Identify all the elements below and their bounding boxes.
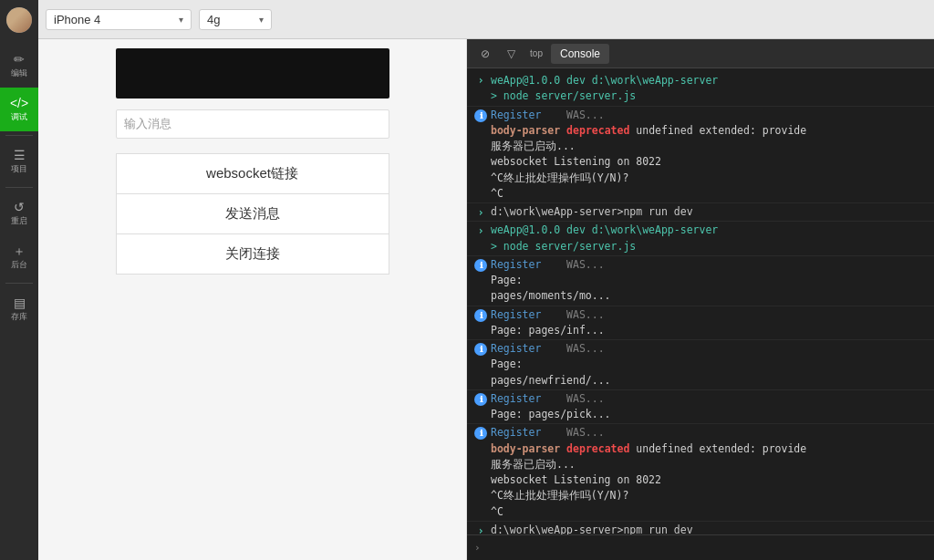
console-text: Register WAS... body-parser deprecated u… (491, 108, 927, 202)
nav-divider-2 (5, 187, 33, 188)
websocket-connect-button[interactable]: websocket链接 (116, 153, 389, 193)
console-entry: ℹ Register WAS... Page: pages/moments/mo… (467, 256, 934, 306)
console-input-bar: › (467, 534, 934, 560)
info-icon: ℹ (474, 427, 487, 440)
console-text: Register WAS... Page: pages/newfriend/..… (491, 341, 927, 389)
console-entry: ℹ Register WAS... body-parser deprecated… (467, 424, 934, 522)
info-icon: ℹ (474, 259, 487, 272)
network-selector[interactable]: 4g ▾ (199, 9, 272, 30)
sidebar-nav: ✏ 编辑 </> 调试 ☰ 项目 ↺ 重启 ＋ 后台 ▤ 存库 (0, 44, 38, 560)
console-text: Register WAS... Page: pages/moments/mo..… (491, 257, 927, 305)
send-message-button[interactable]: 发送消息 (116, 193, 389, 233)
nav-divider (5, 135, 33, 136)
info-icon: ℹ (474, 109, 487, 122)
console-text: weApp@1.0.0 dev d:\work\weApp-server > n… (491, 73, 927, 105)
info-icon: ℹ (474, 343, 487, 356)
menu-icon: ☰ (14, 149, 26, 161)
console-entry: › weApp@1.0.0 dev d:\work\weApp-server >… (467, 222, 934, 256)
message-input[interactable]: 输入消息 (116, 109, 389, 139)
console-text: Register WAS... body-parser deprecated u… (491, 425, 927, 520)
phone-screen: 输入消息 websocket链接 发送消息 关闭连接 (38, 39, 466, 560)
sidebar-item-label: 存库 (11, 311, 27, 323)
reset-icon: ↺ (14, 201, 25, 213)
console-output[interactable]: › weApp@1.0.0 dev d:\work\weApp-server >… (467, 68, 934, 534)
device-selector[interactable]: iPhone 4 ▾ (46, 9, 192, 30)
edit-icon: ✏ (14, 53, 25, 66)
sidebar-item-label: 项目 (11, 163, 27, 175)
nav-divider-3 (5, 283, 33, 284)
content-area: 输入消息 websocket链接 发送消息 关闭连接 ⊘ ▽ top Conso… (38, 39, 934, 560)
sidebar-item-label: 调试 (11, 111, 27, 123)
filter-icon[interactable]: ▽ (500, 43, 522, 65)
plus-icon: ＋ (13, 244, 26, 257)
console-entry: › weApp@1.0.0 dev d:\work\weApp-server >… (467, 72, 934, 107)
avatar (6, 7, 32, 33)
chevron-down-icon-2: ▾ (259, 15, 264, 25)
phone-simulator: 输入消息 websocket链接 发送消息 关闭连接 (38, 39, 467, 560)
info-icon: ℹ (474, 309, 487, 322)
device-label: iPhone 4 (54, 13, 100, 26)
console-text: d:\work\weApp-server>npm run dev (491, 523, 927, 534)
chevron-right-icon: › (474, 224, 487, 237)
console-entry: ℹ Register WAS... body-parser deprecated… (467, 107, 934, 204)
sidebar-item-debug[interactable]: </> 调试 (0, 88, 38, 131)
console-text: Register WAS... Page: pages/pick... (491, 391, 927, 423)
phone-video-area (116, 48, 389, 99)
sidebar-item-backend[interactable]: ＋ 后台 (0, 235, 38, 279)
sidebar-item-edit[interactable]: ✏ 编辑 (0, 44, 38, 88)
chevron-down-icon: ▾ (179, 15, 183, 25)
console-entry: ℹ Register WAS... Page: pages/newfriend/… (467, 340, 934, 390)
console-text: Register WAS... Page: pages/inf... (491, 307, 927, 339)
info-icon: ℹ (474, 393, 487, 406)
close-connection-button[interactable]: 关闭连接 (116, 233, 389, 275)
save-icon: ▤ (14, 296, 26, 309)
console-entry: ℹ Register WAS... Page: pages/inf... (467, 306, 934, 341)
sidebar-item-label: 编辑 (11, 67, 27, 79)
chevron-right-icon: › (474, 524, 487, 534)
console-entry: ℹ Register WAS... Page: pages/pick... (467, 390, 934, 425)
console-entry: › d:\work\weApp-server>npm run dev (467, 522, 934, 534)
sidebar-item-label: 重启 (11, 215, 27, 227)
block-icon[interactable]: ⊘ (474, 43, 496, 65)
sidebar-item-label: 后台 (11, 259, 27, 271)
console-prompt-icon: › (474, 542, 481, 554)
tab-console[interactable]: Console (551, 44, 609, 64)
phone-button-group: websocket链接 发送消息 关闭连接 (116, 153, 389, 275)
console-entry: › d:\work\weApp-server>npm run dev (467, 203, 934, 222)
top-bar: iPhone 4 ▾ 4g ▾ (38, 0, 934, 39)
sidebar-item-reset[interactable]: ↺ 重启 (0, 192, 38, 235)
main-area: iPhone 4 ▾ 4g ▾ 输入消息 websocket链接 发送消息 关闭… (38, 0, 934, 560)
devtools-tabs: ⊘ ▽ top Console (467, 39, 934, 68)
network-label: 4g (207, 13, 220, 26)
top-icon: top (525, 43, 547, 65)
sidebar-item-project[interactable]: ☰ 项目 (0, 140, 38, 183)
console-text: d:\work\weApp-server>npm run dev (491, 204, 927, 220)
console-text: weApp@1.0.0 dev d:\work\weApp-server > n… (491, 223, 927, 254)
left-sidebar: ✏ 编辑 </> 调试 ☰ 项目 ↺ 重启 ＋ 后台 ▤ 存库 (0, 0, 38, 560)
chevron-right-icon: › (474, 206, 487, 219)
chevron-right-icon: › (474, 74, 487, 87)
devtools-panel: ⊘ ▽ top Console › weApp@1.0.0 dev d:\wor… (467, 39, 934, 560)
code-icon: </> (10, 97, 28, 109)
sidebar-item-save[interactable]: ▤ 存库 (0, 287, 38, 331)
